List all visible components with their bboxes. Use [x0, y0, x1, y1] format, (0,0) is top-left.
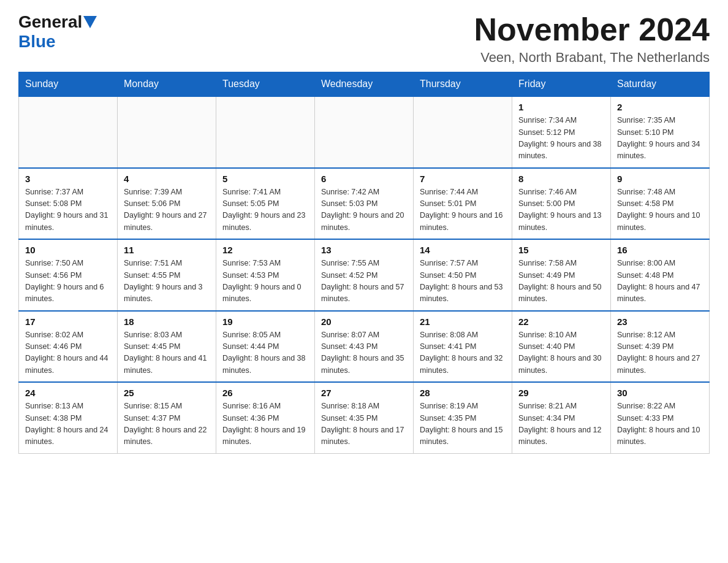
- week-row-4: 17Sunrise: 8:02 AM Sunset: 4:46 PM Dayli…: [19, 311, 710, 383]
- day-number: 30: [617, 388, 703, 398]
- calendar-cell: 4Sunrise: 7:39 AM Sunset: 5:06 PM Daylig…: [118, 168, 216, 240]
- logo-area: General Blue: [18, 12, 97, 52]
- calendar-cell: [216, 96, 315, 168]
- day-number: 21: [420, 316, 506, 327]
- calendar-cell: 13Sunrise: 7:55 AM Sunset: 4:52 PM Dayli…: [315, 239, 414, 311]
- day-info: Sunrise: 8:10 AM Sunset: 4:40 PM Dayligh…: [518, 329, 604, 377]
- day-number: 4: [124, 174, 210, 184]
- calendar-cell: 25Sunrise: 8:15 AM Sunset: 4:37 PM Dayli…: [118, 382, 216, 453]
- day-number: 19: [222, 316, 308, 327]
- day-info: Sunrise: 7:58 AM Sunset: 4:49 PM Dayligh…: [518, 258, 604, 305]
- day-number: 3: [25, 174, 111, 184]
- day-number: 22: [518, 316, 604, 327]
- day-info: Sunrise: 7:53 AM Sunset: 4:53 PM Dayligh…: [222, 258, 308, 305]
- day-number: 5: [222, 174, 308, 184]
- calendar-cell: [414, 96, 512, 168]
- calendar-cell: 21Sunrise: 8:08 AM Sunset: 4:41 PM Dayli…: [414, 311, 512, 383]
- calendar-header-row: SundayMondayTuesdayWednesdayThursdayFrid…: [19, 72, 710, 97]
- day-number: 11: [124, 245, 210, 255]
- day-number: 27: [321, 388, 407, 398]
- calendar-cell: 1Sunrise: 7:34 AM Sunset: 5:12 PM Daylig…: [512, 96, 611, 168]
- logo-blue-text: Blue: [18, 32, 56, 52]
- week-row-1: 1Sunrise: 7:34 AM Sunset: 5:12 PM Daylig…: [19, 96, 710, 168]
- day-info: Sunrise: 8:16 AM Sunset: 4:36 PM Dayligh…: [222, 400, 308, 448]
- day-info: Sunrise: 7:37 AM Sunset: 5:08 PM Dayligh…: [25, 186, 111, 234]
- calendar-cell: 22Sunrise: 8:10 AM Sunset: 4:40 PM Dayli…: [512, 311, 611, 383]
- day-info: Sunrise: 8:15 AM Sunset: 4:37 PM Dayligh…: [124, 400, 210, 448]
- day-number: 14: [420, 245, 506, 255]
- day-number: 18: [124, 316, 210, 327]
- day-info: Sunrise: 7:42 AM Sunset: 5:03 PM Dayligh…: [321, 186, 407, 234]
- day-number: 13: [321, 245, 407, 255]
- calendar-cell: 15Sunrise: 7:58 AM Sunset: 4:49 PM Dayli…: [512, 239, 611, 311]
- calendar-cell: 7Sunrise: 7:44 AM Sunset: 5:01 PM Daylig…: [414, 168, 512, 240]
- calendar-cell: 10Sunrise: 7:50 AM Sunset: 4:56 PM Dayli…: [19, 239, 118, 311]
- day-info: Sunrise: 7:44 AM Sunset: 5:01 PM Dayligh…: [420, 186, 506, 234]
- day-info: Sunrise: 8:19 AM Sunset: 4:35 PM Dayligh…: [420, 400, 506, 448]
- day-number: 17: [25, 316, 111, 327]
- calendar-cell: 28Sunrise: 8:19 AM Sunset: 4:35 PM Dayli…: [414, 382, 512, 453]
- day-info: Sunrise: 7:35 AM Sunset: 5:10 PM Dayligh…: [617, 115, 703, 163]
- calendar-cell: 14Sunrise: 7:57 AM Sunset: 4:50 PM Dayli…: [414, 239, 512, 311]
- col-header-saturday: Saturday: [611, 72, 710, 97]
- calendar-cell: 26Sunrise: 8:16 AM Sunset: 4:36 PM Dayli…: [216, 382, 315, 453]
- week-row-5: 24Sunrise: 8:13 AM Sunset: 4:38 PM Dayli…: [19, 382, 710, 453]
- calendar-table: SundayMondayTuesdayWednesdayThursdayFrid…: [18, 72, 710, 454]
- day-number: 7: [420, 174, 506, 184]
- calendar-cell: 29Sunrise: 8:21 AM Sunset: 4:34 PM Dayli…: [512, 382, 611, 453]
- calendar-cell: 6Sunrise: 7:42 AM Sunset: 5:03 PM Daylig…: [315, 168, 414, 240]
- day-info: Sunrise: 7:50 AM Sunset: 4:56 PM Dayligh…: [25, 258, 111, 305]
- title-area: November 2024 Veen, North Brabant, The N…: [474, 12, 710, 66]
- calendar-cell: 19Sunrise: 8:05 AM Sunset: 4:44 PM Dayli…: [216, 311, 315, 383]
- day-info: Sunrise: 8:13 AM Sunset: 4:38 PM Dayligh…: [25, 400, 111, 448]
- svg-marker-0: [83, 16, 97, 28]
- day-info: Sunrise: 8:21 AM Sunset: 4:34 PM Dayligh…: [518, 400, 604, 448]
- day-number: 2: [617, 102, 703, 112]
- day-info: Sunrise: 7:39 AM Sunset: 5:06 PM Dayligh…: [124, 186, 210, 234]
- day-number: 8: [518, 174, 604, 184]
- day-info: Sunrise: 7:41 AM Sunset: 5:05 PM Dayligh…: [222, 186, 308, 234]
- month-title: November 2024: [474, 12, 710, 47]
- day-info: Sunrise: 7:51 AM Sunset: 4:55 PM Dayligh…: [124, 258, 210, 305]
- calendar-cell: 12Sunrise: 7:53 AM Sunset: 4:53 PM Dayli…: [216, 239, 315, 311]
- day-info: Sunrise: 7:48 AM Sunset: 4:58 PM Dayligh…: [617, 186, 703, 234]
- calendar-cell: 20Sunrise: 8:07 AM Sunset: 4:43 PM Dayli…: [315, 311, 414, 383]
- calendar-cell: 23Sunrise: 8:12 AM Sunset: 4:39 PM Dayli…: [611, 311, 710, 383]
- day-info: Sunrise: 8:22 AM Sunset: 4:33 PM Dayligh…: [617, 400, 703, 448]
- day-number: 20: [321, 316, 407, 327]
- logo-arrow-icon: [83, 16, 97, 28]
- calendar-cell: 17Sunrise: 8:02 AM Sunset: 4:46 PM Dayli…: [19, 311, 118, 383]
- day-number: 9: [617, 174, 703, 184]
- day-info: Sunrise: 7:34 AM Sunset: 5:12 PM Dayligh…: [518, 115, 604, 163]
- day-number: 24: [25, 388, 111, 398]
- day-number: 16: [617, 245, 703, 255]
- day-number: 12: [222, 245, 308, 255]
- calendar-cell: 18Sunrise: 8:03 AM Sunset: 4:45 PM Dayli…: [118, 311, 216, 383]
- day-info: Sunrise: 8:18 AM Sunset: 4:35 PM Dayligh…: [321, 400, 407, 448]
- calendar-cell: 24Sunrise: 8:13 AM Sunset: 4:38 PM Dayli…: [19, 382, 118, 453]
- calendar-cell: 16Sunrise: 8:00 AM Sunset: 4:48 PM Dayli…: [611, 239, 710, 311]
- calendar-cell: [315, 96, 414, 168]
- day-info: Sunrise: 8:00 AM Sunset: 4:48 PM Dayligh…: [617, 258, 703, 305]
- week-row-3: 10Sunrise: 7:50 AM Sunset: 4:56 PM Dayli…: [19, 239, 710, 311]
- calendar-cell: 3Sunrise: 7:37 AM Sunset: 5:08 PM Daylig…: [19, 168, 118, 240]
- day-info: Sunrise: 7:46 AM Sunset: 5:00 PM Dayligh…: [518, 186, 604, 234]
- day-number: 28: [420, 388, 506, 398]
- col-header-wednesday: Wednesday: [315, 72, 414, 97]
- day-info: Sunrise: 8:07 AM Sunset: 4:43 PM Dayligh…: [321, 329, 407, 377]
- week-row-2: 3Sunrise: 7:37 AM Sunset: 5:08 PM Daylig…: [19, 168, 710, 240]
- day-number: 15: [518, 245, 604, 255]
- day-number: 29: [518, 388, 604, 398]
- location-title: Veen, North Brabant, The Netherlands: [474, 50, 710, 66]
- day-number: 26: [222, 388, 308, 398]
- calendar-cell: 5Sunrise: 7:41 AM Sunset: 5:05 PM Daylig…: [216, 168, 315, 240]
- calendar-cell: [118, 96, 216, 168]
- day-number: 23: [617, 316, 703, 327]
- logo-general-text: General: [18, 12, 82, 32]
- day-info: Sunrise: 8:05 AM Sunset: 4:44 PM Dayligh…: [222, 329, 308, 377]
- day-info: Sunrise: 8:03 AM Sunset: 4:45 PM Dayligh…: [124, 329, 210, 377]
- calendar-cell: 9Sunrise: 7:48 AM Sunset: 4:58 PM Daylig…: [611, 168, 710, 240]
- calendar-cell: 11Sunrise: 7:51 AM Sunset: 4:55 PM Dayli…: [118, 239, 216, 311]
- day-number: 1: [518, 102, 604, 112]
- calendar-cell: 8Sunrise: 7:46 AM Sunset: 5:00 PM Daylig…: [512, 168, 611, 240]
